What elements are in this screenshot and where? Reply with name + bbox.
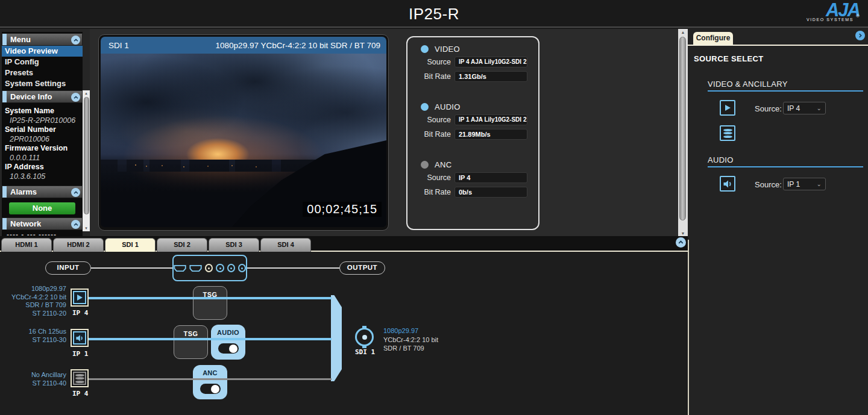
video-play-icon[interactable] [720,100,735,116]
workspace: SDI 1 1080p29.97 YCbCr-4:2:2 10 bit SDR … [0,29,688,236]
panel-collapse-button[interactable] [855,31,865,40]
sidebar-section-network[interactable]: Network [2,217,83,230]
output-format-text: 1080p29.97 YCbCr-4:2:2 10 bit SDR / BT 7… [383,326,438,353]
content-scrollbar[interactable]: ▲ ▼ [678,29,688,237]
tab-configure[interactable]: Configure [693,32,733,45]
video-preview-header: SDI 1 1080p29.97 YCbCr-4:2:2 10 bit SDR … [101,37,386,54]
collapse-network-button[interactable] [71,220,80,229]
scroll-up-arrow-icon[interactable]: ▲ [678,29,688,36]
audio-enable-block: AUDIO [211,325,245,360]
scroll-down-arrow-icon[interactable]: ▼ [83,225,90,231]
sidebar-section-device-info[interactable]: Device Info [2,90,83,103]
video-group-label: VIDEO [435,45,460,54]
bnc-connector-sdi4 [238,264,246,272]
anc-bitrate-value: 0b/s [454,187,527,198]
anc-group-label: ANC [435,160,451,169]
video-bitrate-value: 1.31Gb/s [454,71,527,82]
anc-block-label: ANC [203,369,218,376]
sidebar-item-ip-config[interactable]: IP Config [2,57,83,67]
video-active-indicator [421,45,429,53]
aja-logo-text: AJA [781,1,860,19]
flow-panel-collapse-button[interactable] [676,237,686,248]
audio-signal-line [89,338,332,340]
audio-source-select[interactable]: IP 1 ⌄ [783,178,826,190]
sidebar-section-menu[interactable]: Menu [2,33,83,46]
audio-title: AUDIO [708,155,734,164]
toggle-knob [211,385,219,393]
chevron-right-icon [857,33,863,39]
anc-inactive-indicator [421,161,429,169]
section-accent [2,34,7,45]
audio-source-value: IP 1 AJA Lily10G2-SDI 211 [454,114,527,125]
bnc-connector-sdi1-selected [205,264,213,272]
video-source-label: Source: [755,104,782,113]
scroll-up-arrow-icon[interactable]: ▲ [83,90,90,96]
sdi-output-port-label: SDI 1 [355,348,375,356]
video-preview-image: 00;02;45;15 [101,54,386,227]
sidebar-section-alarms[interactable]: Alarms [2,186,83,198]
device-info-section-title: Device Info [10,92,52,101]
network-section-title: Network [10,219,41,228]
anc-bitrate-label: Bit Rate [407,188,451,196]
system-name-value: IP25-R-2PR010006 [2,116,83,126]
preview-format: 1080p29.97 YCbCr-4:2:2 10 bit SDR / BT 7… [216,41,380,50]
video-preview-container: SDI 1 1080p29.97 YCbCr-4:2:2 10 bit SDR … [98,34,389,231]
audio-bitrate-label: Bit Rate [407,130,451,139]
registered-mark: ® [856,13,860,19]
chevron-up-icon [73,190,79,196]
vertical-divider [688,240,689,415]
chevron-up-icon [678,239,684,246]
stream-status-panel: VIDEO SourceIP 4 AJA Lily10G2-SDI 211 Bi… [406,36,539,230]
collapse-menu-button[interactable] [71,36,80,45]
tab-hdmi-2[interactable]: HDMI 2 [53,238,104,252]
tab-sdi-2[interactable]: SDI 2 [157,238,207,252]
ip-address-value: 10.3.6.105 [2,172,83,185]
video-source-select[interactable]: IP 4 ⌄ [783,102,826,114]
alarm-status-badge[interactable]: None [9,202,75,214]
audio-status-group: AUDIO SourceIP 1 AJA Lily10G2-SDI 211 Bi… [407,101,538,140]
chevron-down-icon: ⌄ [817,181,822,187]
sidebar: Menu Video Preview IP Config Presets Sys… [2,32,83,240]
connector-line [91,267,172,269]
input-pill: INPUT [45,261,91,275]
video-input-port-label: IP 4 [72,309,89,317]
ancillary-stack-icon[interactable] [720,125,735,141]
configure-tab-row: Configure [688,32,868,46]
firmware-version-label: Firmware Version [2,144,83,154]
tab-sdi-4[interactable]: SDI 4 [260,238,311,252]
chevron-up-icon [73,222,79,228]
video-source-label: Source [407,58,451,66]
scrollbar-thumb[interactable] [84,97,89,214]
serial-number-value: 2PR010006 [2,135,83,145]
output-tab-bar: HDMI 1 HDMI 2 SDI 1 SDI 2 SDI 3 SDI 4 [0,236,688,252]
sidebar-item-presets[interactable]: Presets [2,67,83,78]
sdi-output-bnc-icon [355,328,374,346]
tsg-video-block[interactable]: TSG [193,286,227,320]
firmware-version-value: 0.0.0.111 [2,154,83,163]
chevron-up-icon [73,37,79,43]
page-title: IP25-R [0,5,868,23]
anc-toggle-on[interactable] [200,384,221,394]
sidebar-item-video-preview[interactable]: Video Preview [2,46,83,57]
tab-sdi-3[interactable]: SDI 3 [209,238,259,252]
audio-underline [708,166,863,167]
audio-input-format-text: 16 Ch 125usST 2110-30 [29,328,66,344]
audio-source-label: Source [407,116,451,124]
tab-hdmi-1[interactable]: HDMI 1 [1,238,52,252]
audio-toggle-on[interactable] [218,343,239,354]
connector-line [247,267,339,269]
collapse-device-info-button[interactable] [71,93,80,102]
tsg-audio-block[interactable]: TSG [174,325,208,359]
section-accent [2,91,7,102]
scrollbar-thumb[interactable] [679,37,686,220]
sidebar-item-system-settings[interactable]: System Settings [2,78,83,89]
output-pill: OUTPUT [339,261,385,275]
video-source-value: IP 4 AJA Lily10G2-SDI 211 [454,57,527,67]
anc-input-port-label: IP 4 [72,390,89,398]
sidebar-scrollbar[interactable]: ▲ ▼ [83,90,90,231]
tab-sdi-1[interactable]: SDI 1 [105,238,156,252]
audio-speaker-icon[interactable] [720,176,735,192]
app-header: IP25-R AJA VIDEO SYSTEMS ® [0,0,868,28]
collapse-alarms-button[interactable] [71,188,80,197]
bnc-connector-sdi3 [227,264,235,272]
